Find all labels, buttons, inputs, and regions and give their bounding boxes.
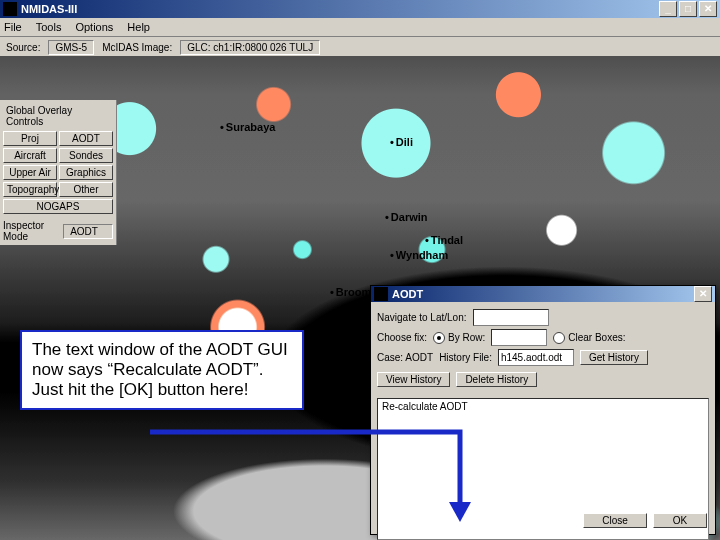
- overlay-controls-panel: Global Overlay Controls Proj AODT Aircra…: [0, 100, 117, 245]
- menu-tools[interactable]: Tools: [36, 21, 62, 33]
- status-row: Source: GMS-5 McIDAS Image: GLC: ch1:IR:…: [0, 37, 720, 58]
- inspector-mode-label: Inspector Mode: [3, 220, 59, 242]
- app-icon: [3, 2, 17, 16]
- ctrl-aodt[interactable]: AODT: [59, 131, 113, 146]
- aodt-window-icon: [374, 287, 388, 301]
- aodt-text-line: Re-calculate AODT: [382, 401, 468, 412]
- label-darwin: Darwin: [385, 211, 428, 223]
- aodt-dialog: AODT ✕ Navigate to Lat/Lon: Choose fix: …: [370, 285, 716, 535]
- label-tindal: Tindal: [425, 234, 463, 246]
- view-history-button[interactable]: View History: [377, 372, 450, 387]
- aodt-title-bar: AODT ✕: [371, 286, 715, 302]
- radio-clearboxes[interactable]: Clear Boxes:: [553, 332, 625, 344]
- label-wyndham: Wyndham: [390, 249, 448, 261]
- ctrl-aircraft[interactable]: Aircraft: [3, 148, 57, 163]
- del-history-button[interactable]: Delete History: [456, 372, 537, 387]
- ctrl-topo[interactable]: Topography: [3, 182, 57, 197]
- source-label: Source:: [6, 42, 40, 53]
- aodt-close-x[interactable]: ✕: [694, 286, 712, 302]
- label-dili: Dili: [390, 136, 413, 148]
- byrow-input[interactable]: [491, 329, 547, 346]
- image-label: McIDAS Image:: [102, 42, 172, 53]
- histfile-input[interactable]: [498, 349, 574, 366]
- image-value: GLC: ch1:IR:0800 026 TULJ: [180, 40, 320, 55]
- close-button[interactable]: ✕: [699, 1, 717, 17]
- radio-byrow[interactable]: By Row:: [433, 332, 485, 344]
- ctrl-nogaps[interactable]: NOGAPS: [3, 199, 113, 214]
- menu-bar: File Tools Options Help: [0, 18, 720, 37]
- case-label: Case: AODT: [377, 352, 433, 363]
- ctrl-sondes[interactable]: Sondes: [59, 148, 113, 163]
- slide-annotation: The text window of the AODT GUI now says…: [20, 330, 304, 410]
- nav-latlon-input[interactable]: [473, 309, 549, 326]
- maximize-button[interactable]: □: [679, 1, 697, 17]
- overlay-controls-title: Global Overlay Controls: [3, 103, 113, 131]
- choose-fix-label: Choose fix:: [377, 332, 427, 343]
- label-surabaya: Surabaya: [220, 121, 275, 133]
- menu-help[interactable]: Help: [127, 21, 150, 33]
- menu-file[interactable]: File: [4, 21, 22, 33]
- app-title: NMIDAS-III: [21, 3, 77, 15]
- histfile-label: History File:: [439, 352, 492, 363]
- ctrl-graphics[interactable]: Graphics: [59, 165, 113, 180]
- minimize-button[interactable]: _: [659, 1, 677, 17]
- dialog-close-button[interactable]: Close: [583, 513, 647, 528]
- menu-options[interactable]: Options: [75, 21, 113, 33]
- aodt-title: AODT: [392, 288, 423, 300]
- main-title-bar: NMIDAS-III _ □ ✕: [0, 0, 720, 18]
- dialog-ok-button[interactable]: OK: [653, 513, 707, 528]
- ctrl-other[interactable]: Other: [59, 182, 113, 197]
- ctrl-proj[interactable]: Proj: [3, 131, 57, 146]
- ctrl-upperair[interactable]: Upper Air: [3, 165, 57, 180]
- annotation-text: The text window of the AODT GUI now says…: [32, 340, 288, 399]
- source-value: GMS-5: [48, 40, 94, 55]
- inspector-mode-value[interactable]: AODT: [63, 224, 113, 239]
- nav-latlon-label: Navigate to Lat/Lon:: [377, 312, 467, 323]
- get-history-button[interactable]: Get History: [580, 350, 648, 365]
